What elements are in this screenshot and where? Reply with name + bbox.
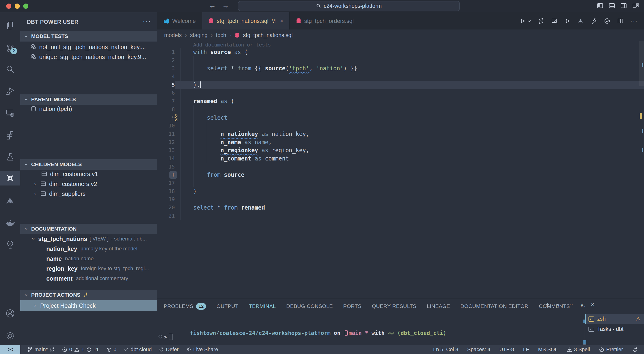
documentation-model-row[interactable]: › stg_tpch_nations [ VIEW ] - schema : d…: [20, 234, 157, 244]
tab-welcome[interactable]: Welcome: [157, 12, 202, 29]
documentation-column-row[interactable]: comment additional commentary: [20, 274, 157, 284]
codelens-add-documentation[interactable]: Add documentation or tests: [193, 42, 271, 48]
notifications-bell-icon[interactable]: [632, 347, 638, 353]
terminal-area[interactable]: fishtown/coalesce-24/c24-workshops-platf…: [157, 315, 580, 345]
section-header-parent-models[interactable]: › PARENT MODELS: [20, 94, 157, 105]
panel-tab-terminal[interactable]: TERMINAL: [249, 303, 276, 309]
code-line[interactable]: 20select * from renamed: [157, 204, 644, 212]
project-health-check-item[interactable]: › Project Health Check: [20, 300, 157, 311]
documentation-column-row[interactable]: region_key foreign key to stg_tpch_regi.…: [20, 264, 157, 274]
panel-tab-ports[interactable]: PORTS: [343, 303, 362, 309]
run-tests-runner-icon[interactable]: [590, 18, 597, 24]
section-header-project-actions[interactable]: › PROJECT ACTIONS: [20, 290, 157, 300]
terminal-dropdown-icon[interactable]: ∨: [556, 301, 560, 308]
code-line[interactable]: 21: [157, 212, 644, 220]
source-control-icon[interactable]: 2: [0, 41, 20, 56]
code-editor[interactable]: Add documentation or tests 1with source …: [157, 41, 644, 299]
code-lines[interactable]: 1with source as (23 select * from {{ sou…: [157, 48, 644, 220]
accounts-icon[interactable]: [0, 306, 20, 321]
docker-icon[interactable]: [0, 215, 20, 230]
code-line[interactable]: 4: [157, 73, 644, 81]
toggle-secondary-sidebar-icon[interactable]: [620, 2, 627, 9]
split-editor-icon[interactable]: [617, 18, 624, 24]
child-model-item[interactable]: › dim_suppliers: [20, 189, 157, 199]
maximize-panel-icon[interactable]: ∧: [580, 301, 584, 308]
language-mode-status[interactable]: MS SQL: [538, 347, 558, 353]
chevron-down-icon[interactable]: [527, 19, 531, 23]
code-line[interactable]: 3 select * from {{ source('tpch', 'natio…: [157, 64, 644, 73]
code-line[interactable]: 11 n_nationkey as nation_key,: [157, 130, 644, 138]
code-line[interactable]: 14 n_comment as comment: [157, 155, 644, 163]
ports-status[interactable]: 0: [106, 347, 116, 353]
tree-check-extension-icon[interactable]: [0, 237, 20, 252]
code-line[interactable]: 18): [157, 187, 644, 196]
panel-tab-query-results[interactable]: QUERY RESULTS: [372, 303, 416, 309]
new-terminal-icon[interactable]: +: [546, 301, 549, 308]
code-line[interactable]: 9 select: [157, 114, 644, 122]
tab-stg-tpch-nations[interactable]: stg_tpch_nations.sql M ×: [202, 12, 290, 29]
code-line[interactable]: 15: [157, 163, 644, 171]
settings-gear-icon[interactable]: [0, 329, 20, 343]
customize-layout-icon[interactable]: [632, 2, 639, 9]
defer-status[interactable]: Defer: [159, 347, 178, 353]
code-line[interactable]: 10: [157, 122, 644, 130]
section-header-documentation[interactable]: › DOCUMENTATION: [20, 224, 157, 234]
live-share-status[interactable]: Live Share: [186, 347, 218, 353]
code-line[interactable]: 5),: [157, 81, 644, 89]
more-actions-icon[interactable]: ···: [630, 17, 638, 24]
prettier-status[interactable]: Prettier: [599, 347, 623, 353]
sidebar-more-actions-icon[interactable]: ···: [143, 17, 151, 25]
close-tab-icon[interactable]: ×: [280, 18, 283, 24]
terminal-input[interactable]: >: [164, 334, 172, 340]
dbt-power-user-icon[interactable]: [0, 171, 20, 186]
code-line[interactable]: 6: [157, 89, 644, 97]
execute-model-icon[interactable]: [564, 18, 571, 24]
breadcrumb-item[interactable]: staging: [190, 32, 208, 38]
dbt-cloud-status[interactable]: dbt cloud: [124, 347, 152, 353]
code-line[interactable]: 8: [157, 105, 644, 114]
code-line[interactable]: 13 n_regionkey as region_key,: [157, 146, 644, 155]
code-line[interactable]: 1with source as (: [157, 48, 644, 56]
section-header-model-tests[interactable]: › MODEL TESTS: [20, 31, 157, 41]
mountain-a-extension-icon[interactable]: [0, 194, 20, 208]
breadcrumb-file[interactable]: stg_tpch_nations.sql: [243, 32, 293, 38]
problems-status[interactable]: 0 1 11: [62, 347, 99, 353]
toggle-panel-icon[interactable]: [608, 2, 615, 9]
zoom-window-button[interactable]: [23, 3, 28, 9]
panel-tab-documentation-editor[interactable]: DOCUMENTATION EDITOR: [460, 303, 528, 309]
panel-tab-lineage[interactable]: LINEAGE: [427, 303, 450, 309]
panel-tab-output[interactable]: OUTPUT: [216, 303, 238, 309]
breadcrumb-item[interactable]: tpch: [216, 32, 226, 38]
remote-explorer-icon[interactable]: [0, 106, 20, 120]
documentation-column-row[interactable]: name nation name: [20, 254, 157, 264]
code-line[interactable]: 17: [157, 179, 644, 187]
documentation-column-row[interactable]: nation_key primary key of the model: [20, 244, 157, 254]
spell-checker-status[interactable]: 3 Spell: [567, 347, 590, 353]
git-branch-status[interactable]: main*: [28, 347, 55, 353]
cursor-position-status[interactable]: Ln 5, Col 3: [433, 347, 458, 353]
run-debug-icon[interactable]: [0, 84, 20, 98]
command-center-search[interactable]: c24-workshops-platform: [238, 1, 460, 11]
panel-tab-debug-console[interactable]: DEBUG CONSOLE: [286, 303, 333, 309]
code-line[interactable]: 7renamed as (: [157, 97, 644, 105]
encoding-status[interactable]: UTF-8: [500, 347, 514, 353]
close-window-button[interactable]: [6, 3, 11, 9]
model-test-item[interactable]: unique_stg_tpch_nations_nation_key.9...: [20, 52, 157, 62]
terminal-tab-tasks-dbt[interactable]: Tasks - dbt: [585, 324, 644, 334]
panel-more-icon[interactable]: ···: [567, 301, 573, 308]
parent-model-item[interactable]: nation (tpch): [20, 104, 157, 114]
breadcrumb-item[interactable]: models: [164, 32, 182, 38]
code-line[interactable]: 2: [157, 56, 644, 65]
remote-indicator[interactable]: ><: [0, 345, 20, 354]
code-line[interactable]: 19: [157, 195, 644, 204]
terminal-tab-zsh[interactable]: zsh ⚠: [585, 314, 644, 324]
minimize-window-button[interactable]: [15, 3, 20, 9]
history-forward-button[interactable]: →: [222, 1, 229, 9]
mountain-a-action-icon[interactable]: [578, 18, 584, 24]
eol-status[interactable]: LF: [523, 347, 529, 353]
run-dropdown-icon[interactable]: [519, 18, 526, 24]
search-sidebar-icon[interactable]: [0, 62, 20, 76]
panel-tab-problems[interactable]: PROBLEMS12: [164, 303, 206, 310]
toggle-primary-sidebar-icon[interactable]: [597, 2, 603, 9]
tab-stg-tpch-orders[interactable]: stg_tpch_orders.sql: [290, 12, 360, 29]
